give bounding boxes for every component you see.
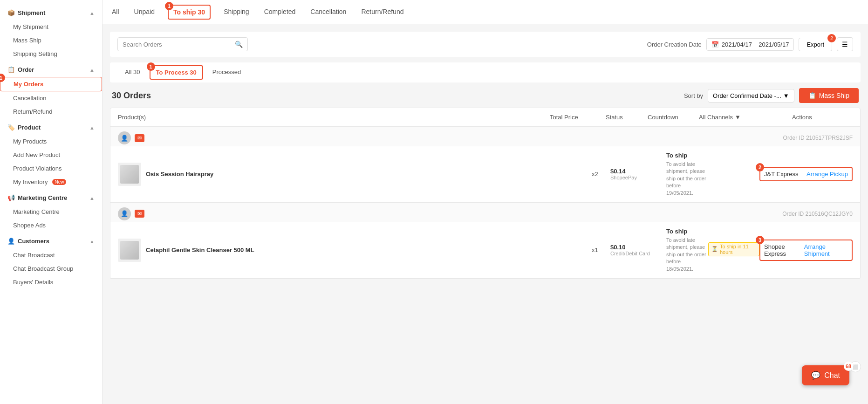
col-header-countdown: Countdown: [648, 114, 699, 121]
sidebar-item-label-mass-ship: Mass Ship: [13, 37, 41, 44]
sidebar-item-cancellation[interactable]: Cancellation: [0, 91, 102, 105]
order-id-order-1: Order ID 210517TPRS2JSF: [783, 135, 853, 141]
top-tab-label-cancellation: Cancellation: [310, 8, 346, 15]
filter-row: 🔍 Order Creation Date 📅 2021/04/17 – 202…: [110, 32, 861, 57]
search-box[interactable]: 🔍: [117, 37, 248, 51]
sidebar-item-chat-broadcast-group[interactable]: Chat Broadcast Group: [0, 262, 102, 275]
sidebar-item-return-refund[interactable]: Return/Refund: [0, 105, 102, 118]
sidebar-item-shipping-setting[interactable]: Shipping Setting: [0, 47, 102, 61]
sidebar-item-buyers-details[interactable]: Buyers' Details: [0, 275, 102, 289]
product-name-order-2: Cetaphil Gentle Skin Cleanser 500 ML: [146, 247, 592, 253]
sidebar-section-header-marketing-centre[interactable]: 📢Marketing Centre▲: [0, 191, 102, 205]
sidebar-item-mass-ship[interactable]: Mass Ship: [0, 34, 102, 47]
sidebar-item-label-my-inventory: My Inventory: [13, 178, 48, 185]
content-area: 🔍 Order Creation Date 📅 2021/04/17 – 202…: [103, 24, 868, 404]
countdown-order-2: ⏳ To ship in 11 hours: [708, 242, 759, 258]
top-tab-shipping[interactable]: Shipping: [222, 1, 251, 23]
top-tab-annot-to-ship: 1: [165, 2, 173, 10]
col-header-price: Total Price: [550, 114, 606, 121]
sidebar-item-my-inventory[interactable]: My InventoryNew: [0, 175, 102, 189]
product-img-placeholder-order-2: [120, 241, 139, 260]
col-header-channel[interactable]: All Channels ▼: [699, 114, 792, 121]
sub-tab-label-to-process: To Process 30: [156, 69, 197, 76]
sidebar-item-shopee-ads[interactable]: Shopee Ads: [0, 219, 102, 232]
order-meta-left-order-2: 👤 ✉: [118, 207, 144, 220]
top-tab-return-refund[interactable]: Return/Refund: [359, 1, 405, 23]
sort-select[interactable]: Order Confirmed Date -... ▼: [708, 89, 794, 103]
sub-tab-annot-to-process: 1: [147, 62, 155, 71]
order-group-order-2: 👤 ✉ Order ID 210516QC12JGY0 Cetaphil Gen…: [110, 203, 860, 279]
chat-icon-small-order-2[interactable]: ✉: [135, 210, 144, 218]
top-tab-all[interactable]: All: [110, 1, 121, 23]
mass-ship-button[interactable]: 📋 Mass Ship: [799, 88, 859, 103]
top-tab-to-ship[interactable]: 1To ship 30: [168, 5, 211, 20]
status-desc-order-1: To avoid late shipment, please ship out …: [666, 161, 708, 197]
section-icon-order: 📋: [7, 66, 15, 73]
avatar-order-1: 👤: [118, 131, 131, 144]
sidebar-section-shipment: 📦Shipment▲My ShipmentMass ShipShipping S…: [0, 6, 102, 61]
status-order-1: To ship To avoid late shipment, please s…: [666, 152, 708, 197]
sidebar-section-header-customers[interactable]: 👤Customers▲: [0, 234, 102, 248]
sidebar-item-label-chat-broadcast: Chat Broadcast: [13, 252, 55, 259]
main-content: AllUnpaid1To ship 30ShippingCompletedCan…: [103, 0, 868, 404]
sub-tab-label-all: All 30: [125, 68, 140, 75]
date-label: Order Creation Date: [647, 41, 702, 48]
sub-tab-label-processed: Processed: [212, 68, 241, 75]
sidebar-item-label-cancellation: Cancellation: [13, 95, 47, 102]
sidebar-section-header-shipment[interactable]: 📦Shipment▲: [0, 6, 102, 20]
sub-tab-processed[interactable]: Processed: [205, 63, 248, 82]
table-header-row: Product(s) Total Price Status Countdown …: [110, 108, 860, 127]
col-header-status: Status: [606, 114, 648, 121]
chevron-icon-order: ▲: [89, 67, 95, 73]
orders-count: 30 Orders: [112, 91, 151, 101]
section-label-order: 📋Order: [7, 66, 34, 73]
sidebar-item-label-buyers-details: Buyers' Details: [13, 279, 53, 286]
top-tab-label-to-ship: To ship 30: [173, 8, 205, 16]
section-label-customers: 👤Customers: [7, 238, 49, 245]
sidebar-section-product: 🏷️Product▲My ProductsAdd New ProductProd…: [0, 120, 102, 189]
sidebar-item-my-orders[interactable]: 1My Orders: [0, 77, 102, 91]
orders-header: 30 Orders Sort by Order Confirmed Date -…: [110, 88, 861, 103]
top-tab-label-shipping: Shipping: [224, 8, 249, 15]
product-img-order-2: [118, 239, 141, 262]
section-icon-product: 🏷️: [7, 124, 15, 131]
search-input[interactable]: [123, 41, 232, 48]
sub-tab-all[interactable]: All 30: [117, 63, 148, 82]
sidebar-section-header-product[interactable]: 🏷️Product▲: [0, 120, 102, 135]
sidebar-item-product-violations[interactable]: Product Violations: [0, 162, 102, 175]
arrange-link-order-1[interactable]: Arrange Pickup: [806, 171, 848, 178]
top-tabs-bar: AllUnpaid1To ship 30ShippingCompletedCan…: [103, 0, 868, 24]
product-qty-order-2: x1: [592, 247, 610, 253]
product-name-order-1: Osis Session Hairspray: [146, 171, 592, 178]
chat-icon-small-order-1[interactable]: ✉: [135, 134, 144, 142]
chat-button[interactable]: 💬 Chat 68: [802, 365, 849, 385]
sidebar-item-marketing-centre-item[interactable]: Marketing Centre: [0, 205, 102, 219]
sidebar-item-chat-broadcast[interactable]: Chat Broadcast: [0, 248, 102, 262]
orders-table: Product(s) Total Price Status Countdown …: [110, 108, 861, 279]
sub-tabs-bar: All 301To Process 30Processed: [110, 62, 861, 82]
status-desc-order-2: To avoid late shipment, please ship out …: [666, 237, 708, 273]
sub-tab-to-process[interactable]: 1To Process 30: [150, 65, 203, 80]
sidebar-item-my-shipment[interactable]: My Shipment: [0, 20, 102, 34]
product-qty-order-1: x2: [592, 171, 610, 178]
sidebar-item-label-marketing-centre-item: Marketing Centre: [13, 208, 60, 215]
date-range[interactable]: 📅 2021/04/17 – 2021/05/17: [706, 38, 794, 51]
sidebar: 📦Shipment▲My ShipmentMass ShipShipping S…: [0, 0, 103, 404]
sidebar-item-add-new-product[interactable]: Add New Product: [0, 148, 102, 162]
price-amount-order-2: $0.10: [610, 244, 666, 251]
top-tab-unpaid[interactable]: Unpaid: [132, 1, 157, 23]
sidebar-item-label-my-shipment: My Shipment: [13, 23, 48, 30]
menu-icon-button[interactable]: ☰: [837, 37, 853, 51]
sidebar-section-header-order[interactable]: 📋Order▲: [0, 62, 102, 77]
section-label-product: 🏷️Product: [7, 124, 41, 131]
top-tab-label-unpaid: Unpaid: [134, 8, 155, 15]
top-tab-cancellation[interactable]: Cancellation: [308, 1, 348, 23]
price-order-1: $0.14 ShopeePay: [610, 168, 666, 180]
arrange-link-order-2[interactable]: Arrange Shipment: [804, 243, 848, 257]
price-method-order-1: ShopeePay: [610, 175, 666, 180]
sidebar-item-my-products[interactable]: My Products: [0, 135, 102, 148]
export-button[interactable]: Export: [799, 38, 832, 51]
chevron-icon-shipment: ▲: [89, 10, 95, 16]
export-badge: 2: [827, 34, 836, 42]
top-tab-completed[interactable]: Completed: [262, 1, 298, 23]
